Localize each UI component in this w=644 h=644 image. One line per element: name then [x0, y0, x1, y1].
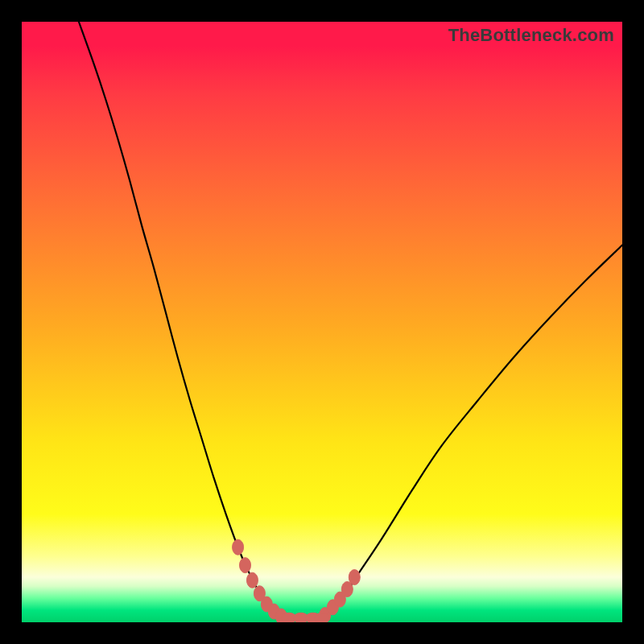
- highlight-dot: [240, 558, 251, 573]
- plot-area: TheBottleneck.com: [22, 22, 622, 622]
- curve-left-arm: [79, 22, 283, 617]
- highlight-dot: [315, 613, 330, 622]
- curve-right-arm: [325, 246, 622, 616]
- highlight-dot: [246, 572, 258, 588]
- curve-svg: [22, 22, 622, 622]
- outer-black-frame: TheBottleneck.com: [0, 0, 644, 644]
- highlight-dot: [233, 539, 244, 555]
- highlight-dots-group: [233, 539, 361, 622]
- highlight-dot: [349, 570, 360, 585]
